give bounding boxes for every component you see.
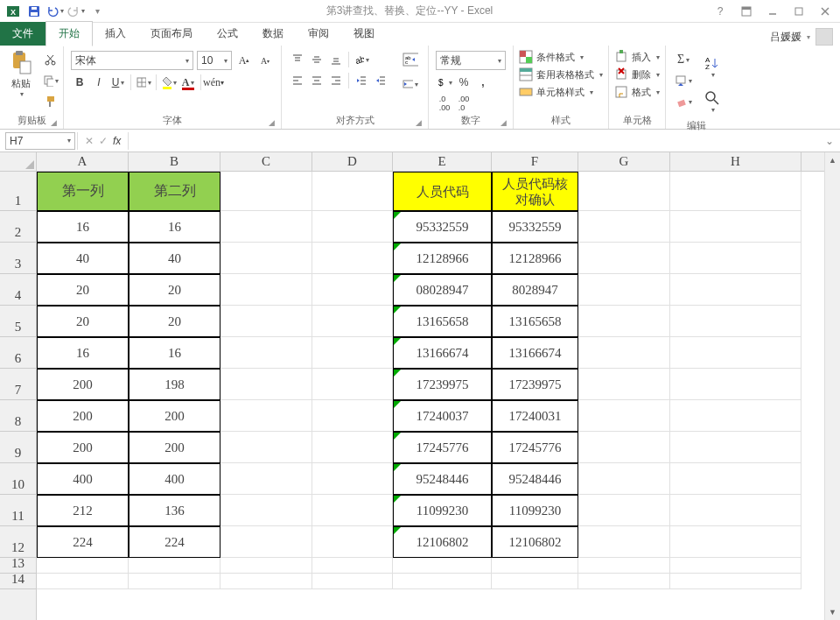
- cell[interactable]: [670, 337, 802, 369]
- number-format-select[interactable]: 常规▾: [436, 51, 506, 70]
- ribbon-display-icon[interactable]: [738, 4, 754, 19]
- cell[interactable]: 400: [37, 463, 129, 495]
- comma-icon[interactable]: ,: [474, 74, 492, 91]
- cell[interactable]: [312, 432, 393, 463]
- delete-cells-button[interactable]: 删除▾: [612, 67, 662, 82]
- insert-cells-button[interactable]: 插入▾: [612, 49, 662, 65]
- percent-icon[interactable]: %: [455, 74, 472, 91]
- cell[interactable]: [578, 526, 670, 558]
- cell[interactable]: [578, 274, 670, 306]
- cell[interactable]: 16: [129, 211, 220, 243]
- user-area[interactable]: 吕媛媛 ▾: [770, 28, 840, 46]
- cell[interactable]: [37, 574, 129, 589]
- formula-input[interactable]: [129, 132, 822, 150]
- row-header-3[interactable]: 3: [0, 243, 36, 274]
- cell[interactable]: 200: [37, 369, 129, 400]
- cell[interactable]: 200: [129, 432, 220, 463]
- cell[interactable]: [578, 172, 670, 211]
- cell[interactable]: [129, 574, 220, 589]
- row-header-14[interactable]: 14: [0, 574, 36, 589]
- tab-data[interactable]: 数据: [250, 22, 296, 46]
- col-header-F[interactable]: F: [492, 152, 578, 171]
- cell[interactable]: 13166674: [393, 337, 492, 369]
- cell[interactable]: 13165658: [393, 306, 492, 337]
- cell[interactable]: [670, 495, 802, 526]
- cell[interactable]: 212: [37, 495, 129, 526]
- align-bottom-icon[interactable]: [327, 51, 345, 68]
- cell[interactable]: 人员代码: [393, 172, 492, 211]
- launcher-icon[interactable]: ◢: [499, 118, 508, 127]
- cell[interactable]: [220, 243, 312, 274]
- cell[interactable]: 224: [37, 526, 129, 558]
- cell[interactable]: [670, 432, 802, 463]
- row-header-8[interactable]: 8: [0, 400, 36, 432]
- indent-increase-icon[interactable]: [372, 72, 389, 89]
- cell[interactable]: 08028947: [393, 274, 492, 306]
- borders-icon[interactable]: ▾: [135, 74, 152, 91]
- cell[interactable]: [220, 574, 312, 589]
- cell[interactable]: 第一列: [37, 172, 129, 211]
- cell[interactable]: 40: [37, 243, 129, 274]
- cell[interactable]: [220, 526, 312, 558]
- row-header-5[interactable]: 5: [0, 306, 36, 337]
- cell[interactable]: 第二列: [129, 172, 220, 211]
- cell[interactable]: 20: [129, 306, 220, 337]
- cell[interactable]: 17239975: [492, 369, 578, 400]
- row-header-1[interactable]: 1: [0, 172, 36, 211]
- align-top-icon[interactable]: [289, 51, 306, 68]
- phonetic-icon[interactable]: wén▾: [205, 74, 222, 91]
- cell[interactable]: 400: [129, 463, 220, 495]
- cell[interactable]: 136: [129, 495, 220, 526]
- excel-icon[interactable]: X: [4, 2, 23, 21]
- cell[interactable]: [312, 369, 393, 400]
- cell[interactable]: [492, 574, 578, 589]
- cell[interactable]: [220, 400, 312, 432]
- fill-icon[interactable]: ▾: [669, 72, 697, 89]
- cell[interactable]: 13166674: [492, 337, 578, 369]
- cell-styles-button[interactable]: 单元格样式▾: [517, 84, 605, 100]
- cell[interactable]: [670, 463, 802, 495]
- cell[interactable]: 40: [129, 243, 220, 274]
- cell[interactable]: 20: [37, 274, 129, 306]
- cell[interactable]: 95332559: [492, 211, 578, 243]
- tab-layout[interactable]: 页面布局: [138, 22, 205, 46]
- cell[interactable]: [670, 306, 802, 337]
- wrap-text-icon[interactable]: abc: [402, 51, 419, 68]
- cell[interactable]: 人员代码核对确认: [492, 172, 578, 211]
- autosum-icon[interactable]: Σ▾: [669, 51, 697, 68]
- cell[interactable]: [670, 274, 802, 306]
- cell[interactable]: [393, 574, 492, 589]
- cell[interactable]: [578, 211, 670, 243]
- cell[interactable]: [220, 306, 312, 337]
- col-header-G[interactable]: G: [578, 152, 670, 171]
- cell[interactable]: 16: [37, 337, 129, 369]
- redo-icon[interactable]: ▾: [66, 2, 86, 21]
- orientation-icon[interactable]: ab▾: [353, 51, 370, 68]
- cell[interactable]: [129, 558, 220, 574]
- cell[interactable]: 20: [129, 274, 220, 306]
- maximize-icon[interactable]: [791, 4, 807, 19]
- enter-formula-icon[interactable]: ✓: [99, 135, 108, 147]
- cell[interactable]: 95248446: [393, 463, 492, 495]
- clear-icon[interactable]: ▾: [669, 93, 697, 110]
- format-cells-button[interactable]: 格式▾: [612, 84, 662, 100]
- cell[interactable]: [312, 337, 393, 369]
- conditional-formatting-button[interactable]: 条件格式▾: [517, 49, 605, 65]
- cell[interactable]: 17245776: [492, 432, 578, 463]
- cell[interactable]: [312, 243, 393, 274]
- fill-color-icon[interactable]: ▾: [160, 74, 178, 91]
- format-as-table-button[interactable]: 套用表格格式▾: [517, 67, 605, 82]
- row-header-7[interactable]: 7: [0, 369, 36, 400]
- select-all-button[interactable]: [0, 152, 37, 172]
- cell[interactable]: [492, 558, 578, 574]
- cell[interactable]: [670, 211, 802, 243]
- font-name-select[interactable]: 宋体▾: [71, 51, 193, 70]
- cell[interactable]: [670, 400, 802, 432]
- cell[interactable]: 17240037: [393, 400, 492, 432]
- merge-icon[interactable]: ▾: [402, 75, 419, 93]
- cell[interactable]: [578, 337, 670, 369]
- help-icon[interactable]: ?: [712, 4, 728, 19]
- row-header-11[interactable]: 11: [0, 495, 36, 526]
- undo-icon[interactable]: ▾: [46, 2, 65, 21]
- cell[interactable]: 12128966: [492, 243, 578, 274]
